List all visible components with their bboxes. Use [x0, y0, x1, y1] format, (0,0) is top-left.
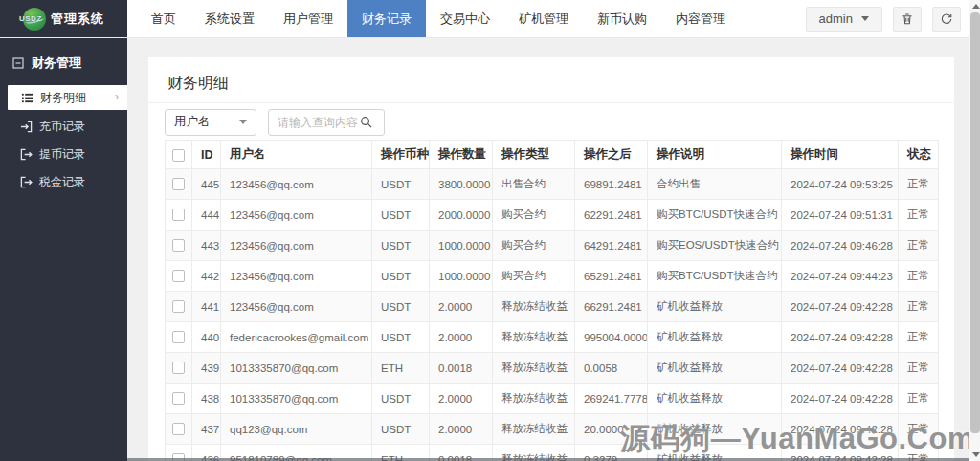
cell-coin: USDT — [372, 169, 430, 200]
cell-status: 正常 — [899, 169, 939, 200]
cell-note: 购买EOS/USDT快速合约 — [648, 230, 782, 261]
column-header: 操作之后 — [575, 141, 648, 169]
cell-coin: USDT — [372, 261, 430, 292]
cell-after: 69891.2481 — [575, 169, 648, 200]
cell-after: 65291.2481 — [575, 261, 648, 292]
vertical-scrollbar — [969, 0, 980, 461]
nav-item-user-management[interactable]: 用户管理 — [269, 0, 347, 37]
table-row: 441123456@qq.comUSDT2.0000释放冻结收益66291.24… — [166, 292, 939, 322]
cell-coin: USDT — [372, 200, 430, 230]
nav-item-miner-management[interactable]: 矿机管理 — [504, 0, 583, 37]
cell-amount: 2.0000 — [430, 292, 493, 322]
cell-amount: 1000.0000 — [430, 230, 493, 261]
cell-id: 439 — [192, 353, 221, 384]
cell-amount: 0.0018 — [430, 353, 493, 384]
cell-type: 释放冻结收益 — [493, 384, 575, 414]
row-checkbox[interactable] — [172, 331, 185, 343]
nav-item-finance-records[interactable]: 财务记录 — [347, 0, 426, 37]
cell-status: 正常 — [899, 200, 939, 230]
cell-user: 1013335870@qq.com — [221, 384, 372, 414]
sidebar-section-finance[interactable]: 财务管理 — [0, 38, 127, 83]
filter-field-select[interactable]: 用户名 — [165, 109, 256, 136]
refresh-button[interactable] — [932, 7, 961, 32]
nav-item-new-coin-subscribe[interactable]: 新币认购 — [583, 0, 661, 37]
table-row: 4391013335870@qq.comETH0.0018释放冻结收益0.005… — [166, 353, 939, 384]
cell-id: 444 — [192, 200, 221, 230]
table-header-row: ID用户名操作币种操作数量操作类型操作之后操作说明操作时间状态 — [166, 141, 939, 169]
row-checkbox[interactable] — [172, 362, 185, 374]
table-row: 443123456@qq.comUSDT1000.0000购买合约64291.2… — [166, 230, 939, 261]
row-check-cell — [166, 384, 192, 414]
nav-item-system-settings[interactable]: 系统设置 — [190, 0, 269, 37]
nav-item-trade-center[interactable]: 交易中心 — [426, 0, 504, 37]
cell-status: 正常 — [899, 230, 939, 261]
cell-after: 269241.7778 — [575, 384, 648, 414]
row-checkbox[interactable] — [172, 209, 185, 221]
cell-coin: USDT — [372, 230, 430, 261]
column-header: 操作类型 — [493, 141, 575, 169]
cell-user: qq123@qq.com — [221, 414, 372, 445]
app-title: 管理系统 — [51, 11, 104, 28]
cell-amount: 2.0000 — [430, 322, 493, 353]
cell-time: 2024-07-24 09:42:28 — [782, 384, 899, 414]
cell-time: 2024-07-24 09:42:28 — [782, 414, 899, 445]
row-checkbox[interactable] — [172, 239, 185, 252]
sidebar-item-finance-detail[interactable]: 财务明细› — [8, 85, 127, 110]
cell-user: federicacrookes@gmail.com — [221, 322, 372, 353]
scroll-up-arrow-icon[interactable] — [972, 4, 980, 9]
cell-coin: USDT — [372, 414, 430, 445]
cell-type: 出售合约 — [493, 169, 575, 200]
globe-logo-icon: USDZ — [23, 8, 46, 31]
search-input[interactable] — [278, 116, 360, 129]
sidebar-item-tax-records[interactable]: 税金记录› — [0, 168, 127, 196]
app-logo: USDZ 管理系统 — [0, 0, 127, 37]
cell-id: 437 — [192, 414, 221, 445]
row-check-cell — [166, 261, 192, 292]
search-box — [268, 109, 385, 136]
sign-in-icon — [20, 121, 33, 133]
sidebar-item-withdraw-records[interactable]: 提币记录› — [0, 141, 127, 168]
row-checkbox[interactable] — [172, 392, 185, 405]
search-icon[interactable] — [360, 116, 372, 128]
sidebar-item-deposit-records[interactable]: 充币记录› — [0, 113, 127, 141]
nav-item-content-management[interactable]: 内容管理 — [661, 0, 740, 37]
cell-after: 20.0000 — [575, 414, 648, 445]
cell-status: 正常 — [899, 353, 939, 384]
cell-status: 正常 — [899, 322, 939, 353]
row-checkbox[interactable] — [172, 423, 185, 435]
column-header: 操作币种 — [372, 141, 430, 169]
cell-type: 购买合约 — [493, 200, 575, 230]
cell-status: 正常 — [899, 384, 939, 414]
row-check-cell — [166, 322, 192, 353]
nav-item-home[interactable]: 首页 — [137, 0, 190, 37]
row-checkbox[interactable] — [172, 300, 185, 313]
admin-user-menu[interactable]: admin — [806, 7, 882, 32]
cell-user: 123456@qq.com — [221, 200, 372, 230]
sidebar-item-label: 财务明细 — [40, 90, 86, 106]
row-check-cell — [166, 353, 192, 384]
cell-amount: 2000.0000 — [430, 200, 493, 230]
cell-time: 2024-07-24 09:44:23 — [782, 261, 899, 292]
cell-after: 66291.2481 — [575, 292, 648, 322]
column-header: 状态 — [899, 141, 939, 169]
filter-toolbar: 用户名 — [148, 103, 954, 140]
cell-note: 购买BTC/USDT快速合约 — [648, 200, 782, 230]
sign-out-icon — [20, 176, 33, 188]
chevron-right-icon: › — [115, 90, 119, 103]
main-nav: 首页系统设置用户管理财务记录交易中心矿机管理新币认购内容管理 — [127, 0, 806, 37]
row-checkbox[interactable] — [172, 178, 185, 190]
cell-coin: USDT — [372, 322, 430, 353]
row-checkbox[interactable] — [172, 270, 185, 282]
cell-time: 2024-07-24 09:42:28 — [782, 292, 899, 322]
select-all-checkbox[interactable] — [172, 149, 185, 162]
cell-time: 2024-07-24 09:42:28 — [782, 353, 899, 384]
filter-field-value: 用户名 — [174, 114, 211, 130]
cell-status: 正常 — [899, 414, 939, 445]
cell-id: 440 — [192, 322, 221, 353]
scrollbar-thumb[interactable] — [970, 12, 980, 433]
scroll-down-arrow-icon[interactable] — [972, 452, 980, 457]
column-header: ID — [192, 141, 221, 169]
clear-cache-button[interactable] — [893, 7, 922, 32]
cell-time: 2024-07-24 09:46:28 — [782, 230, 899, 261]
cell-id: 442 — [192, 261, 221, 292]
